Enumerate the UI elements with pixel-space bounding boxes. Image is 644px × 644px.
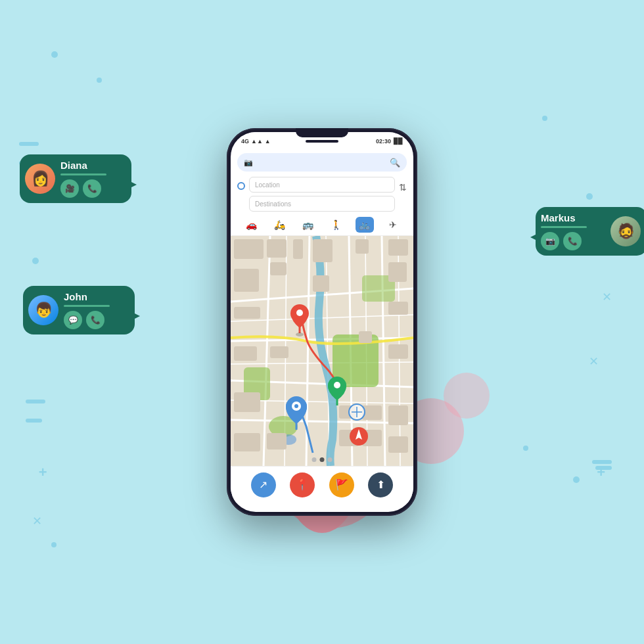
svg-rect-34 — [293, 239, 303, 259]
bottom-nav: ↗ 📍 🚩 ⬆ — [231, 466, 413, 503]
john-actions: 💬 📞 — [64, 311, 128, 329]
john-phone-button[interactable]: 📞 — [86, 311, 104, 329]
transport-motorbike[interactable]: 🛵 — [271, 217, 289, 233]
svg-point-54 — [296, 333, 304, 336]
diana-status-line — [60, 173, 106, 175]
nav-flag-button[interactable]: 🚩 — [329, 472, 354, 497]
scene-wrapper: 4G ▲▲ ▲ 02:30 ▉▉ 📷 🔍 — [125, 76, 519, 568]
markus-info: Markus 📷 📞 — [541, 212, 605, 250]
map-dot-1 — [312, 457, 317, 462]
transport-bus[interactable]: 🚌 — [299, 217, 317, 233]
search-icon: 🔍 — [390, 158, 400, 168]
markus-actions: 📷 📞 — [541, 232, 605, 250]
john-status-line — [64, 305, 110, 307]
transport-modes: 🚗 🛵 🚌 🚶 🚲 ✈ — [231, 214, 413, 236]
svg-rect-36 — [313, 275, 329, 292]
svg-rect-31 — [234, 346, 257, 361]
john-bubble: 👦 John 💬 📞 — [23, 286, 135, 334]
svg-rect-33 — [270, 346, 288, 358]
diana-bubble: 👩 Diana 🎥 📞 — [20, 154, 131, 203]
svg-rect-39 — [388, 262, 407, 282]
svg-rect-41 — [388, 344, 408, 359]
john-info: John 💬 📞 — [64, 291, 128, 329]
svg-rect-40 — [388, 302, 408, 315]
svg-rect-43 — [234, 392, 260, 412]
map-svg — [231, 236, 413, 466]
destination-input[interactable]: Destinations — [249, 196, 395, 212]
transport-walk[interactable]: 🚶 — [327, 217, 346, 233]
svg-rect-35 — [313, 239, 333, 262]
svg-rect-27 — [234, 239, 264, 259]
diana-info: Diana 🎥 📞 — [60, 160, 125, 198]
svg-rect-28 — [267, 239, 287, 258]
svg-rect-42 — [359, 331, 372, 343]
markus-avatar: 🧔 — [610, 216, 641, 246]
diana-video-button[interactable]: 🎥 — [60, 179, 79, 198]
svg-rect-30 — [234, 307, 260, 319]
status-network: 4G ▲▲ ▲ — [241, 138, 271, 145]
svg-rect-37 — [356, 239, 369, 254]
diana-phone-button[interactable]: 📞 — [83, 179, 101, 198]
john-message-button[interactable]: 💬 — [64, 311, 82, 329]
swap-icon[interactable]: ⇅ — [399, 182, 407, 193]
route-section: Location Destinations ⇅ — [231, 174, 413, 214]
transport-car[interactable]: 🚗 — [242, 217, 261, 233]
transport-flight[interactable]: ✈ — [384, 217, 402, 233]
map-dot-2 — [320, 457, 325, 462]
svg-point-56 — [334, 382, 340, 388]
svg-point-59 — [294, 404, 298, 408]
john-avatar: 👦 — [28, 295, 58, 325]
phone-notch — [296, 128, 348, 137]
john-name: John — [64, 291, 128, 302]
map-pagination — [312, 457, 333, 462]
svg-rect-50 — [388, 405, 408, 425]
svg-point-53 — [296, 310, 303, 316]
svg-rect-32 — [270, 262, 287, 275]
markus-bubble: Markus 📷 📞 🧔 — [536, 207, 644, 256]
route-origin-dot — [237, 182, 245, 190]
nav-navigate-button[interactable]: ↗ — [251, 472, 276, 497]
nav-pin-button[interactable]: 📍 — [290, 472, 315, 497]
phone-screen: 4G ▲▲ ▲ 02:30 ▉▉ 📷 🔍 — [231, 132, 413, 512]
map-dot-3 — [328, 457, 333, 462]
svg-rect-38 — [388, 239, 408, 256]
transport-bike[interactable]: 🚲 — [356, 217, 374, 233]
markus-name: Markus — [541, 212, 605, 223]
phone: 4G ▲▲ ▲ 02:30 ▉▉ 📷 🔍 — [227, 128, 417, 516]
camera-icon: 📷 — [244, 158, 253, 167]
svg-rect-45 — [267, 433, 287, 449]
location-input[interactable]: Location — [249, 177, 395, 193]
map-area[interactable] — [231, 236, 413, 466]
diana-avatar: 👩 — [25, 164, 55, 194]
status-time-battery: 02:30 ▉▉ — [376, 138, 403, 145]
diana-name: Diana — [60, 160, 125, 171]
svg-rect-51 — [388, 436, 408, 453]
svg-rect-44 — [234, 433, 260, 451]
search-bar[interactable]: 📷 🔍 — [237, 153, 407, 172]
route-inputs: Location Destinations — [249, 177, 395, 212]
markus-phone-button[interactable]: 📞 — [563, 232, 582, 250]
svg-rect-29 — [234, 269, 259, 292]
markus-status-line — [541, 226, 587, 228]
markus-camera-button[interactable]: 📷 — [541, 232, 559, 250]
diana-actions: 🎥 📞 — [60, 179, 125, 198]
nav-share-button[interactable]: ⬆ — [368, 472, 393, 497]
